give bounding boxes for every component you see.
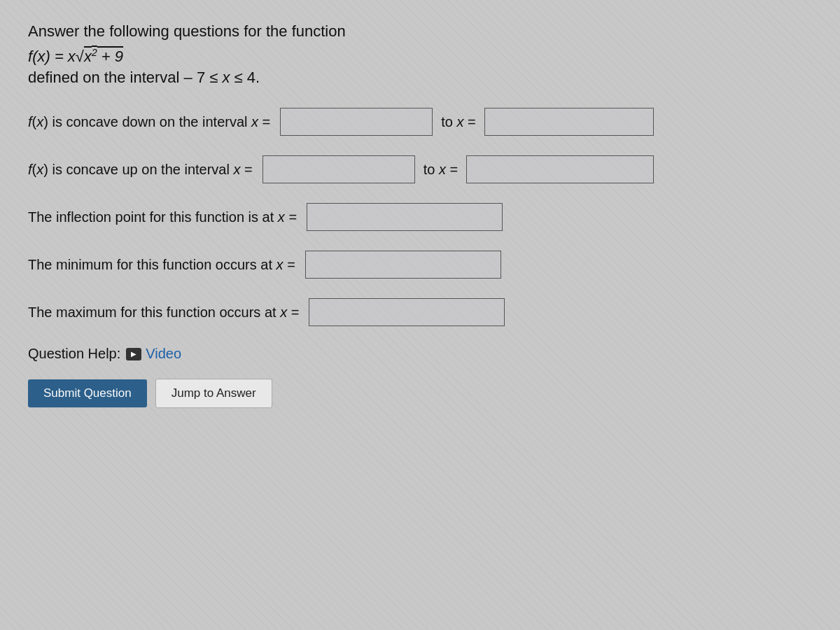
concave-up-row: f(x) is concave up on the interval x = t… [28, 155, 658, 183]
concave-down-label: f(x) is concave down on the interval x = [28, 114, 270, 130]
question-help-row: Question Help: Video [28, 346, 658, 362]
question-help-label: Question Help: [28, 346, 120, 362]
video-icon [126, 348, 141, 360]
function-definition: f(x) = x√x2 + 9 [28, 47, 658, 66]
minimum-label: The minimum for this function occurs at … [28, 257, 295, 273]
minimum-input[interactable] [305, 251, 501, 279]
minimum-row: The minimum for this function occurs at … [28, 251, 658, 279]
maximum-label: The maximum for this function occurs at … [28, 304, 299, 321]
function-text: f(x) = x√x2 + 9 [28, 48, 123, 65]
video-link[interactable]: Video [146, 346, 181, 362]
maximum-input[interactable] [309, 298, 505, 326]
concave-up-to-label: to x = [424, 162, 458, 178]
inflection-row: The inflection point for this function i… [28, 203, 658, 231]
inflection-input[interactable] [307, 203, 503, 231]
maximum-row: The maximum for this function occurs at … [28, 298, 658, 326]
concave-up-input2[interactable] [466, 155, 654, 183]
buttons-row: Submit Question Jump to Answer [28, 379, 658, 408]
inflection-label: The inflection point for this function i… [28, 209, 297, 225]
concave-up-input1[interactable] [262, 155, 415, 183]
concave-down-input2[interactable] [484, 108, 654, 136]
interval-definition: defined on the interval – 7 ≤ x ≤ 4. [28, 69, 658, 87]
concave-down-to-label: to x = [441, 114, 476, 130]
header-line1: Answer the following questions for the f… [28, 21, 658, 43]
jump-to-answer-button[interactable]: Jump to Answer [155, 379, 272, 408]
concave-down-input1[interactable] [280, 108, 433, 136]
concave-up-label: f(x) is concave up on the interval x = [28, 162, 253, 178]
submit-question-button[interactable]: Submit Question [28, 379, 147, 407]
question-container: Answer the following questions for the f… [28, 21, 658, 408]
concave-down-row: f(x) is concave down on the interval x =… [28, 108, 658, 136]
